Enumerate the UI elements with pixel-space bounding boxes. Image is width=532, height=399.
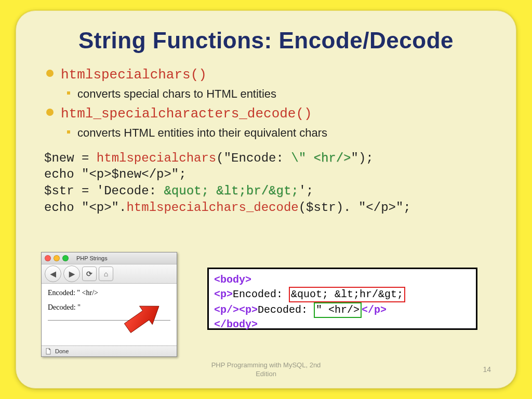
window-min-icon — [54, 255, 60, 261]
nav-back-button[interactable]: ◀ — [45, 265, 61, 282]
code-text: ("Encode: — [216, 151, 291, 165]
code-text: $new = — [44, 151, 97, 165]
browser-titlebar: PHP Strings — [42, 252, 177, 264]
status-text: Done — [55, 348, 69, 354]
src-line: <p/><p>Decoded: " <hr/></p> — [214, 302, 471, 318]
bullet-sub-2: converts HTML entities into their equiva… — [67, 125, 491, 141]
subbullet-square-icon — [67, 91, 70, 95]
bullet-text: html_specialcharacters_decode() — [61, 105, 312, 123]
document-icon — [45, 348, 52, 355]
html-tag: </p> — [362, 304, 387, 316]
illustration-row: PHP Strings ◀ ▶ ⟳ ⌂ Encoded: " <hr/> Dec… — [41, 252, 491, 356]
browser-toolbar: ◀ ▶ ⟳ ⌂ — [42, 264, 177, 284]
footer-line1: PHP Programming with MySQL, 2nd — [16, 361, 516, 370]
window-zoom-icon — [62, 255, 69, 261]
bullet-dot-icon — [46, 70, 54, 77]
encoded-entities-box: &quot; &lt;hr/&gt; — [289, 287, 405, 302]
slide: String Functions: Encode/Decode htmlspec… — [16, 10, 516, 389]
html-tag: <p/><p> — [214, 304, 258, 316]
svg-marker-0 — [121, 297, 165, 338]
html-tag: </body> — [214, 318, 258, 330]
bullet-list: htmlspecialchars() converts special char… — [46, 66, 491, 141]
code-highlight: &quot; &lt;br/&gt; — [164, 184, 298, 198]
src-line: <p>Encoded: &quot; &lt;hr/&gt; — [214, 287, 471, 302]
src-line: <body> — [214, 273, 471, 287]
src-text: Encoded: — [233, 288, 289, 300]
subbullet-text: converts HTML entities into their equiva… — [77, 125, 327, 141]
code-text: $str = 'Decode: — [44, 184, 164, 198]
code-text: "); — [351, 151, 374, 165]
nav-reload-button[interactable]: ⟳ — [82, 267, 97, 281]
src-text: Decoded: — [258, 304, 314, 316]
source-view: <body> <p>Encoded: &quot; &lt;hr/&gt; <p… — [207, 268, 477, 330]
browser-tab-title: PHP Strings — [76, 255, 108, 261]
slide-footer: PHP Programming with MySQL, 2nd Edition — [16, 361, 516, 379]
decoded-raw-box: " <hr/> — [314, 302, 362, 318]
footer-line2: Edition — [16, 370, 516, 379]
code-text: echo "<p>$new</p>"; — [44, 167, 187, 181]
src-line: </body> — [214, 318, 471, 331]
code-text: ($str). "</p>"; — [299, 201, 411, 215]
window-close-icon — [45, 255, 51, 261]
html-tag: <body> — [214, 274, 251, 286]
code-example: $new = htmlspecialchars("Encode: \" <hr/… — [44, 150, 491, 216]
code-func: htmlspecialchars_decode — [126, 201, 298, 215]
page-number: 14 — [483, 365, 491, 374]
bullet-dot-icon — [46, 109, 54, 116]
bullet-text: htmlspecialchars() — [61, 66, 207, 84]
code-text: echo "<p>". — [44, 201, 126, 215]
slide-title: String Functions: Encode/Decode — [41, 28, 491, 54]
nav-forward-button[interactable]: ▶ — [63, 265, 80, 282]
browser-statusbar: Done — [42, 345, 177, 356]
nav-home-button[interactable]: ⌂ — [99, 267, 113, 281]
bullet-sub-1: converts special chars to HTML entities — [67, 86, 491, 102]
subbullet-text: converts special chars to HTML entities — [77, 86, 276, 102]
browser-window: PHP Strings ◀ ▶ ⟳ ⌂ Encoded: " <hr/> Dec… — [41, 252, 177, 357]
code-func: htmlspecialchars — [97, 151, 216, 165]
code-highlight: \" <hr/> — [291, 151, 351, 165]
code-text: '; — [299, 184, 314, 198]
html-tag: <p> — [214, 288, 233, 300]
subbullet-square-icon — [67, 130, 70, 134]
bullet-item-1: htmlspecialchars() — [46, 66, 491, 84]
bullet-item-2: html_specialcharacters_decode() — [46, 105, 491, 123]
